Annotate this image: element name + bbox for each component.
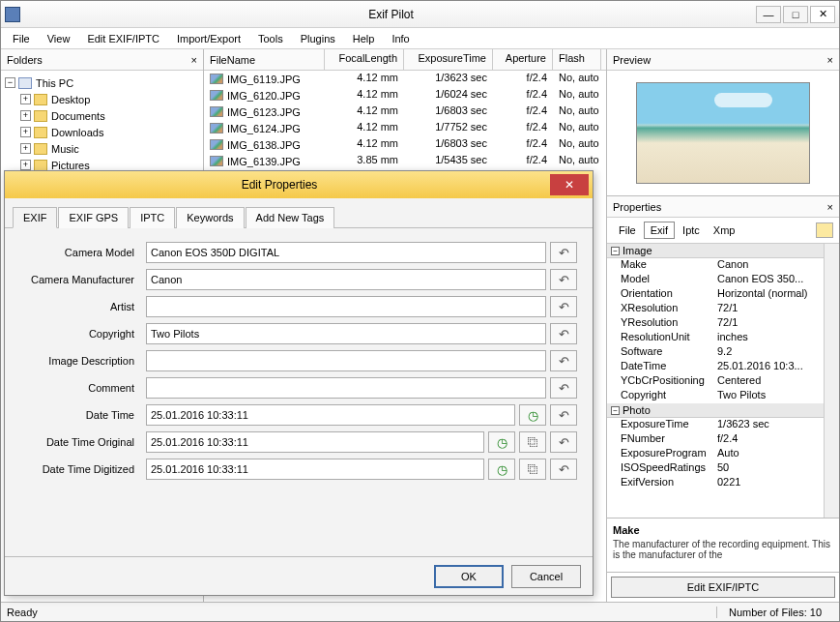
property-row[interactable]: YResolution72/1	[607, 316, 824, 331]
undo-button[interactable]	[550, 431, 577, 453]
menu-import-export[interactable]: Import/Export	[169, 31, 248, 46]
file-row[interactable]: IMG_6123.JPG4.12 mm1/6803 secf/2.4No, au…	[204, 104, 606, 120]
undo-button[interactable]	[550, 296, 577, 317]
properties-close-icon[interactable]: ×	[827, 201, 833, 213]
cell-flash: No, auto	[553, 153, 601, 169]
properties-scrollbar[interactable]	[824, 244, 839, 518]
input-artist[interactable]	[146, 296, 546, 317]
copy-button[interactable]	[519, 459, 546, 480]
tab-exif[interactable]: EXIF	[13, 207, 57, 228]
property-row[interactable]: ExposureProgramAuto	[607, 447, 824, 461]
property-row[interactable]: Software9.2	[607, 345, 824, 360]
tree-item-desktop[interactable]: +Desktop	[3, 91, 201, 107]
tree-item-downloads[interactable]: +Downloads	[3, 124, 201, 140]
col-aperture[interactable]: Aperture	[493, 49, 553, 70]
undo-button[interactable]	[550, 269, 577, 290]
property-row[interactable]: OrientationHorizontal (normal)	[607, 287, 824, 302]
copy-button[interactable]	[519, 431, 546, 453]
menu-plugins[interactable]: Plugins	[293, 31, 343, 46]
property-row[interactable]: XResolution72/1	[607, 302, 824, 316]
cancel-button[interactable]: Cancel	[511, 565, 581, 588]
property-row[interactable]: CopyrightTwo Pilots	[607, 389, 824, 403]
input-date-time-digitized[interactable]	[146, 459, 484, 480]
tab-add-new-tags[interactable]: Add New Tags	[246, 207, 335, 228]
expand-icon[interactable]: +	[20, 127, 31, 137]
property-row[interactable]: ExposureTime1/3623 sec	[607, 418, 824, 432]
file-row[interactable]: IMG_6138.JPG4.12 mm1/6803 secf/2.4No, au…	[204, 136, 606, 153]
close-button[interactable]: ✕	[810, 6, 835, 23]
input-comment[interactable]	[146, 377, 546, 399]
col-exposuretime[interactable]: ExposureTime	[404, 49, 493, 70]
input-copyright[interactable]	[146, 323, 546, 344]
tab-keywords[interactable]: Keywords	[176, 207, 244, 228]
ok-button[interactable]: OK	[434, 565, 504, 588]
section-image[interactable]: −Image	[607, 244, 824, 258]
label-date-time-original: Date Time Original	[20, 436, 146, 448]
file-row[interactable]: IMG_6124.JPG4.12 mm1/7752 secf/2.4No, au…	[204, 120, 606, 136]
expand-icon[interactable]: +	[20, 143, 31, 154]
menu-file[interactable]: File	[5, 31, 38, 46]
date-picker-button[interactable]	[519, 404, 546, 426]
expand-icon[interactable]: +	[20, 94, 31, 104]
date-picker-button[interactable]	[488, 431, 515, 453]
col-filename[interactable]: FileName	[204, 49, 325, 70]
input-camera-mfg[interactable]	[146, 269, 546, 290]
date-picker-button[interactable]	[488, 459, 515, 480]
col-focallength[interactable]: FocalLength	[325, 49, 404, 70]
preview-close-icon[interactable]: ×	[827, 54, 833, 66]
menu-help[interactable]: Help	[345, 31, 383, 46]
input-image-description[interactable]	[146, 350, 546, 371]
tree-item-music[interactable]: +Music	[3, 140, 201, 157]
expand-icon[interactable]: +	[20, 110, 31, 121]
collapse-icon[interactable]: −	[5, 77, 15, 88]
undo-button[interactable]	[550, 404, 577, 426]
property-row[interactable]: ResolutionUnitinches	[607, 331, 824, 345]
property-value: Auto	[717, 447, 820, 461]
cell-exposuretime: 1/5435 sec	[404, 153, 493, 169]
undo-button[interactable]	[550, 377, 577, 399]
section-photo[interactable]: −Photo	[607, 403, 824, 418]
collapse-icon[interactable]: −	[611, 406, 620, 415]
undo-button[interactable]	[550, 323, 577, 344]
file-row[interactable]: IMG_6139.JPG3.85 mm1/5435 secf/2.4No, au…	[204, 153, 606, 169]
input-camera-model[interactable]	[146, 242, 546, 263]
dialog-close-button[interactable]: ✕	[550, 174, 589, 195]
properties-grid[interactable]: −Image MakeCanonModelCanon EOS 350...Ori…	[607, 244, 824, 518]
tab-iptc[interactable]: IPTC	[130, 207, 175, 228]
property-row[interactable]: YCbCrPositioningCentered	[607, 374, 824, 389]
input-date-time-original[interactable]	[146, 431, 484, 453]
tab-exif[interactable]: Exif	[644, 222, 675, 239]
expand-icon[interactable]: +	[20, 160, 31, 170]
property-row[interactable]: ModelCanon EOS 350...	[607, 273, 824, 287]
property-row[interactable]: ExifVersion0221	[607, 476, 824, 490]
menu-view[interactable]: View	[40, 31, 78, 46]
maximize-button[interactable]: □	[783, 6, 808, 23]
menu-info[interactable]: Info	[384, 31, 417, 46]
undo-button[interactable]	[550, 350, 577, 371]
property-row[interactable]: MakeCanon	[607, 258, 824, 273]
tab-exif-gps[interactable]: EXIF GPS	[58, 207, 129, 228]
edit-exif-button[interactable]: Edit EXIF/IPTC	[611, 577, 835, 598]
tab-file[interactable]: File	[613, 222, 642, 238]
menubar: File View Edit EXIF/IPTC Import/Export T…	[1, 28, 839, 49]
tab-iptc[interactable]: Iptc	[677, 222, 706, 238]
undo-button[interactable]	[550, 242, 577, 263]
input-date-time[interactable]	[146, 404, 515, 426]
file-row[interactable]: IMG_6119.JPG4.12 mm1/3623 secf/2.4No, au…	[204, 71, 606, 87]
tree-root[interactable]: − This PC	[3, 74, 201, 91]
properties-options-button[interactable]	[816, 222, 833, 238]
tab-xmp[interactable]: Xmp	[708, 222, 741, 238]
property-row[interactable]: ISOSpeedRatings50	[607, 461, 824, 476]
file-row[interactable]: IMG_6120.JPG4.12 mm1/6024 secf/2.4No, au…	[204, 87, 606, 104]
col-flash[interactable]: Flash	[553, 49, 601, 70]
property-row[interactable]: DateTime25.01.2016 10:3...	[607, 360, 824, 374]
menu-tools[interactable]: Tools	[250, 31, 291, 46]
tree-item-documents[interactable]: +Documents	[3, 107, 201, 124]
collapse-icon[interactable]: −	[611, 247, 620, 255]
menu-edit-exif[interactable]: Edit EXIF/IPTC	[79, 31, 167, 46]
preview-title: Preview	[613, 54, 651, 66]
folders-close-icon[interactable]: ×	[191, 54, 197, 66]
undo-button[interactable]	[550, 459, 577, 480]
minimize-button[interactable]: —	[756, 6, 781, 23]
property-row[interactable]: FNumberf/2.4	[607, 432, 824, 447]
